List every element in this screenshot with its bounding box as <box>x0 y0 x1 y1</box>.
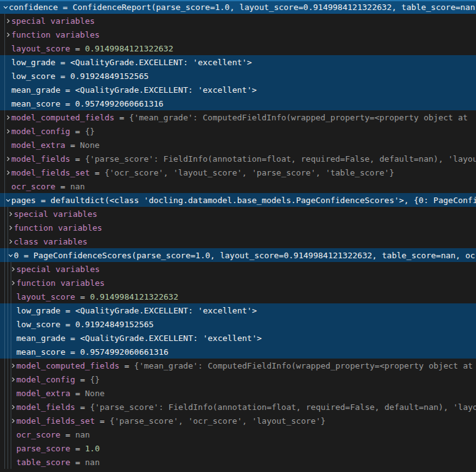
group-row[interactable]: special variables <box>0 207 476 221</box>
variable-value: nan <box>75 430 90 439</box>
variable-row[interactable]: low_score=0.91924849152565 <box>0 69 476 83</box>
equals-sign: = <box>70 333 75 343</box>
equals-sign: = <box>41 196 46 205</box>
twisty-spacer <box>10 441 16 455</box>
variable-row[interactable]: model_computed_fields={'mean_grade': Com… <box>0 359 476 372</box>
variable-row[interactable]: model_config={} <box>0 124 476 138</box>
variable-value: {'parse_score': FieldInfo(annotation=flo… <box>90 402 476 412</box>
chevron-right-icon[interactable] <box>10 372 16 386</box>
variable-row[interactable]: model_computed_fields={'mean_grade': Com… <box>0 110 476 124</box>
variable-row[interactable]: parse_score=1.0 <box>0 441 476 455</box>
variable-value: ConfidenceReport(parse_score=1.0, layout… <box>73 3 476 12</box>
variable-name: pages <box>11 196 36 205</box>
variable-row[interactable]: model_fields_set={'parse_score', 'ocr_sc… <box>0 414 476 427</box>
chevron-right-icon[interactable] <box>5 124 11 138</box>
equals-sign: = <box>65 306 70 315</box>
chevron-right-icon[interactable] <box>5 14 11 28</box>
equals-sign: = <box>60 58 65 67</box>
chevron-right-icon[interactable] <box>5 110 11 124</box>
chevron-right-icon[interactable] <box>8 207 14 221</box>
variable-row[interactable]: mean_grade=<QualityGrade.EXCELLENT: 'exc… <box>0 83 476 97</box>
variable-name: model_computed_fields <box>11 113 114 122</box>
group-row[interactable]: special variables <box>0 14 476 28</box>
variable-value: None <box>85 389 105 398</box>
variable-name: low_grade <box>11 58 55 67</box>
variable-name: layout_score <box>11 44 70 53</box>
variable-value: nan <box>70 182 85 191</box>
twisty-spacer <box>10 427 16 441</box>
group-row[interactable]: function variables <box>0 28 476 41</box>
variable-value: 0.91924849152565 <box>70 71 149 81</box>
variable-value: {'parse_score', 'ocr_score', 'layout_sco… <box>110 416 325 426</box>
equals-sign: = <box>80 292 85 302</box>
variable-row[interactable]: model_fields={'parse_score': FieldInfo(a… <box>0 152 476 165</box>
chevron-right-icon[interactable] <box>8 234 14 248</box>
twisty-spacer <box>10 331 16 345</box>
group-row[interactable]: class variables <box>0 234 476 248</box>
group-row[interactable]: function variables <box>0 221 476 234</box>
chevron-right-icon[interactable] <box>10 276 16 290</box>
variable-row[interactable]: confidence=ConfidenceReport(parse_score=… <box>0 0 476 14</box>
chevron-down-icon[interactable] <box>3 0 9 14</box>
chevron-down-icon[interactable] <box>8 248 14 262</box>
chevron-down-icon[interactable] <box>5 193 11 207</box>
variable-name: model_fields <box>11 154 70 164</box>
variable-name: mean_score <box>16 347 65 357</box>
variable-row[interactable]: low_grade=<QualityGrade.EXCELLENT: 'exce… <box>0 55 476 69</box>
equals-sign: = <box>24 251 29 260</box>
group-row[interactable]: function variables <box>0 276 476 290</box>
variable-row[interactable]: mean_grade=<QualityGrade.EXCELLENT: 'exc… <box>0 331 476 345</box>
variable-row[interactable]: model_extra=None <box>0 386 476 400</box>
group-label: special variables <box>16 265 100 274</box>
variable-name: mean_grade <box>16 333 65 343</box>
variable-row[interactable]: low_score=0.91924849152565 <box>0 317 476 331</box>
variable-value: {'mean_grade': ComputedFieldInfo(wrapped… <box>134 361 476 370</box>
twisty-spacer <box>10 455 16 469</box>
chevron-right-icon[interactable] <box>10 400 16 414</box>
group-label: function variables <box>14 223 102 233</box>
variable-value: PageConfidenceScores(parse_score=1.0, la… <box>33 251 476 260</box>
equals-sign: = <box>60 71 65 81</box>
variable-row[interactable]: pages=defaultdict(<class 'docling.datamo… <box>0 193 476 207</box>
variable-row[interactable]: model_config={} <box>0 372 476 386</box>
chevron-right-icon[interactable] <box>5 152 11 165</box>
chevron-right-icon[interactable] <box>10 262 16 276</box>
equals-sign: = <box>70 347 75 357</box>
variable-row[interactable]: model_extra=None <box>0 138 476 152</box>
twisty-spacer <box>10 317 16 331</box>
group-label: function variables <box>16 278 105 288</box>
equals-sign: = <box>80 402 85 412</box>
variable-value: 0.9574992060661316 <box>75 99 164 108</box>
equals-sign: = <box>65 99 70 108</box>
variable-row[interactable]: layout_score=0.9149984121322632 <box>0 290 476 303</box>
variable-row[interactable]: mean_score=0.9574992060661316 <box>0 97 476 110</box>
variable-row[interactable]: model_fields_set={'ocr_score', 'layout_s… <box>0 165 476 179</box>
variable-row[interactable]: low_grade=<QualityGrade.EXCELLENT: 'exce… <box>0 303 476 317</box>
chevron-right-icon[interactable] <box>5 28 11 41</box>
chevron-right-icon[interactable] <box>8 221 14 234</box>
chevron-right-icon[interactable] <box>10 414 16 427</box>
variable-value: {'parse_score': FieldInfo(annotation=flo… <box>85 154 476 164</box>
chevron-right-icon[interactable] <box>5 165 11 179</box>
variable-value: 0.9149984121322632 <box>90 292 178 302</box>
variable-row[interactable]: model_fields={'parse_score': FieldInfo(a… <box>0 400 476 414</box>
chevron-right-icon[interactable] <box>10 359 16 372</box>
variable-row[interactable]: layout_score=0.9149984121322632 <box>0 41 476 55</box>
variable-name: 0 <box>14 251 19 260</box>
variable-name: low_grade <box>16 306 60 315</box>
twisty-spacer <box>5 138 11 152</box>
group-row[interactable]: special variables <box>0 262 476 276</box>
variable-value: 1.0 <box>85 444 100 453</box>
equals-sign: = <box>75 458 80 467</box>
variable-row[interactable]: ocr_score=nan <box>0 179 476 193</box>
variable-row[interactable]: mean_score=0.9574992060661316 <box>0 345 476 359</box>
variable-name: model_fields_set <box>16 416 95 426</box>
variable-row[interactable]: ocr_score=nan <box>0 427 476 441</box>
variable-value: <QualityGrade.EXCELLENT: 'excellent'> <box>80 333 262 343</box>
equals-sign: = <box>75 44 80 53</box>
variable-name: layout_score <box>16 292 75 302</box>
variable-row[interactable]: 0=PageConfidenceScores(parse_score=1.0, … <box>0 248 476 262</box>
variable-value: 0.9574992060661316 <box>80 347 169 357</box>
variable-row[interactable]: table_score=nan <box>0 455 476 469</box>
equals-sign: = <box>119 113 124 122</box>
